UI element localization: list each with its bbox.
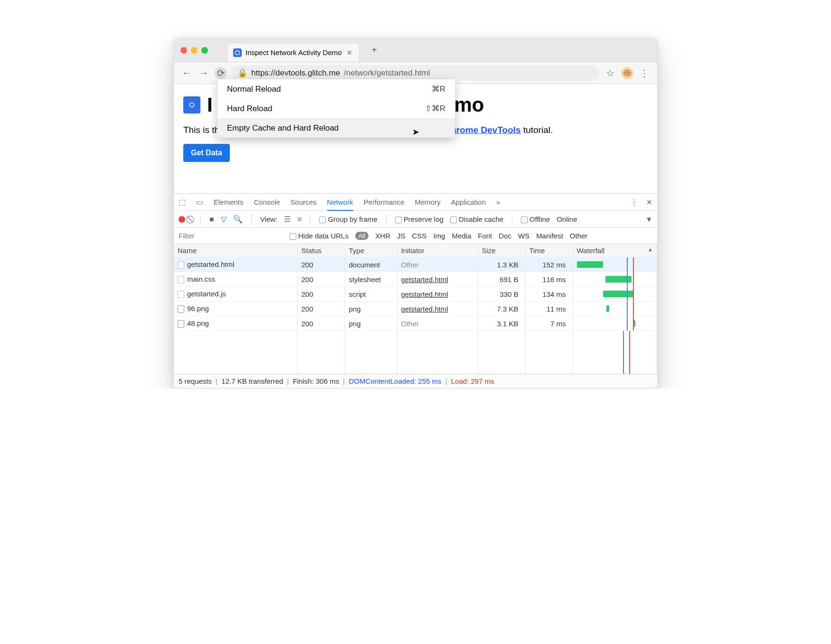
filter-icon[interactable]: ▽ xyxy=(221,215,227,224)
new-tab-button[interactable]: + xyxy=(372,45,378,56)
filter-type-all[interactable]: All xyxy=(355,232,368,240)
tab-console[interactable]: Console xyxy=(254,198,280,206)
sb-load: Load: 297 ms xyxy=(451,377,494,385)
browser-menu-icon[interactable]: ⋮ xyxy=(638,67,651,79)
sb-transferred: 12.7 KB transferred xyxy=(221,377,283,385)
table-row[interactable]: 96.png200pnggetstarted.html7.3 KB11 ms xyxy=(174,302,657,316)
close-window[interactable] xyxy=(180,47,187,54)
file-icon xyxy=(178,305,184,313)
device-toggle-icon[interactable]: ▭ xyxy=(196,198,203,207)
dcl-marker xyxy=(623,331,624,374)
filter-type-media[interactable]: Media xyxy=(452,232,471,240)
tab-overflow-icon[interactable]: » xyxy=(496,198,500,206)
offline-option[interactable]: Offline xyxy=(521,215,550,223)
cell-size: 3.1 KB xyxy=(478,316,525,331)
col-status[interactable]: Status xyxy=(297,244,345,257)
get-data-button[interactable]: Get Data xyxy=(183,144,230,162)
table-row[interactable]: getstarted.html200documentOther1.3 KB152… xyxy=(174,257,657,272)
back-button[interactable]: ← xyxy=(180,67,193,79)
cell-name: getstarted.html xyxy=(174,257,297,272)
cell-status: 200 xyxy=(297,272,345,287)
cell-initiator[interactable]: getstarted.html xyxy=(397,272,478,287)
separator xyxy=(251,214,252,225)
tab-sources[interactable]: Sources xyxy=(291,198,317,206)
cell-initiator[interactable]: getstarted.html xyxy=(397,287,478,302)
separator xyxy=(310,214,311,225)
browser-window: Inspect Network Activity Demo ✕ + ← → ⟳ … xyxy=(173,38,658,388)
cell-initiator: Other xyxy=(397,257,478,272)
filter-type-font[interactable]: Font xyxy=(478,232,492,240)
filter-type-css[interactable]: CSS xyxy=(412,232,427,240)
cell-status: 200 xyxy=(297,316,345,331)
preserve-log-option[interactable]: Preserve log xyxy=(395,215,444,223)
camera-icon[interactable]: ■ xyxy=(209,215,214,224)
table-row[interactable]: 48.png200pngOther3.1 KB7 ms xyxy=(174,316,657,331)
forward-button[interactable]: → xyxy=(198,67,210,79)
page-favicon xyxy=(183,96,200,114)
col-initiator[interactable]: Initiator xyxy=(397,244,478,257)
tab-network[interactable]: Network xyxy=(327,198,353,211)
col-time[interactable]: Time xyxy=(525,244,573,257)
filter-type-ws[interactable]: WS xyxy=(518,232,529,240)
cell-type: script xyxy=(345,287,397,302)
cell-waterfall xyxy=(573,316,657,331)
file-icon xyxy=(178,261,184,269)
network-table: Name Status Type Initiator Size Time Wat… xyxy=(174,244,657,374)
window-controls xyxy=(180,47,208,54)
record-button[interactable] xyxy=(179,216,185,223)
tab-close-icon[interactable]: ✕ xyxy=(346,48,353,57)
filter-input[interactable] xyxy=(179,232,283,240)
cell-waterfall xyxy=(573,257,657,272)
filter-type-manifest[interactable]: Manifest xyxy=(536,232,563,240)
online-select[interactable]: Online xyxy=(557,215,577,223)
devtools-menu-icon[interactable]: ⋮ xyxy=(631,198,638,207)
tab-application[interactable]: Application xyxy=(451,198,486,206)
cell-name: getstarted.js xyxy=(174,287,297,302)
filter-type-js[interactable]: JS xyxy=(397,232,406,240)
profile-avatar[interactable]: 🐵 xyxy=(621,67,633,79)
svg-point-1 xyxy=(190,103,194,107)
file-icon xyxy=(178,320,184,328)
group-by-frame-option[interactable]: Group by frame xyxy=(319,215,377,223)
col-size[interactable]: Size xyxy=(478,244,525,257)
tab-memory[interactable]: Memory xyxy=(415,198,441,206)
inspect-element-icon[interactable]: ⬚ xyxy=(179,198,186,207)
col-type[interactable]: Type xyxy=(345,244,397,257)
search-icon[interactable]: 🔍 xyxy=(233,215,243,224)
reload-button[interactable]: ⟳ xyxy=(215,67,227,79)
bookmark-star-icon[interactable]: ☆ xyxy=(604,67,616,79)
menu-label: Normal Reload xyxy=(227,85,281,94)
menu-normal-reload[interactable]: Normal Reload ⌘R xyxy=(217,79,455,99)
cell-initiator[interactable]: getstarted.html xyxy=(397,302,478,316)
load-marker xyxy=(629,331,630,374)
cell-waterfall xyxy=(573,272,657,287)
col-waterfall[interactable]: Waterfall▲ xyxy=(573,244,657,257)
url-domain: https://devtools.glitch.me xyxy=(251,68,340,78)
devtools-close-icon[interactable]: ✕ xyxy=(646,198,652,207)
address-bar[interactable]: 🔒 https://devtools.glitch.me/network/get… xyxy=(232,66,599,81)
col-name[interactable]: Name xyxy=(174,244,297,257)
maximize-window[interactable] xyxy=(201,47,208,54)
table-row[interactable]: main.css200stylesheetgetstarted.html691 … xyxy=(174,272,657,287)
cell-size: 691 B xyxy=(478,272,525,287)
tab-performance[interactable]: Performance xyxy=(364,198,405,206)
table-header-row: Name Status Type Initiator Size Time Wat… xyxy=(174,244,657,257)
large-rows-icon[interactable]: ☰ xyxy=(284,215,291,224)
menu-empty-cache-reload[interactable]: Empty Cache and Hard Reload xyxy=(217,119,455,138)
cell-status: 200 xyxy=(297,257,345,272)
cell-waterfall xyxy=(573,287,657,302)
menu-hard-reload[interactable]: Hard Reload ⇧⌘R xyxy=(217,99,455,118)
filter-type-xhr[interactable]: XHR xyxy=(375,232,390,240)
minimize-window[interactable] xyxy=(191,47,198,54)
filter-type-doc[interactable]: Doc xyxy=(499,232,511,240)
overview-icon[interactable]: ≡ xyxy=(297,215,302,224)
hide-data-urls-option[interactable]: Hide data URLs xyxy=(290,232,349,240)
file-icon xyxy=(178,276,184,284)
throttling-caret-icon[interactable]: ▼ xyxy=(645,215,652,223)
filter-type-other[interactable]: Other xyxy=(570,232,588,240)
tab-elements[interactable]: Elements xyxy=(214,198,244,206)
table-row[interactable]: getstarted.js200scriptgetstarted.html330… xyxy=(174,287,657,302)
filter-type-img[interactable]: Img xyxy=(433,232,445,240)
browser-tab[interactable]: Inspect Network Activity Demo ✕ xyxy=(227,43,359,62)
disable-cache-option[interactable]: Disable cache xyxy=(450,215,503,223)
